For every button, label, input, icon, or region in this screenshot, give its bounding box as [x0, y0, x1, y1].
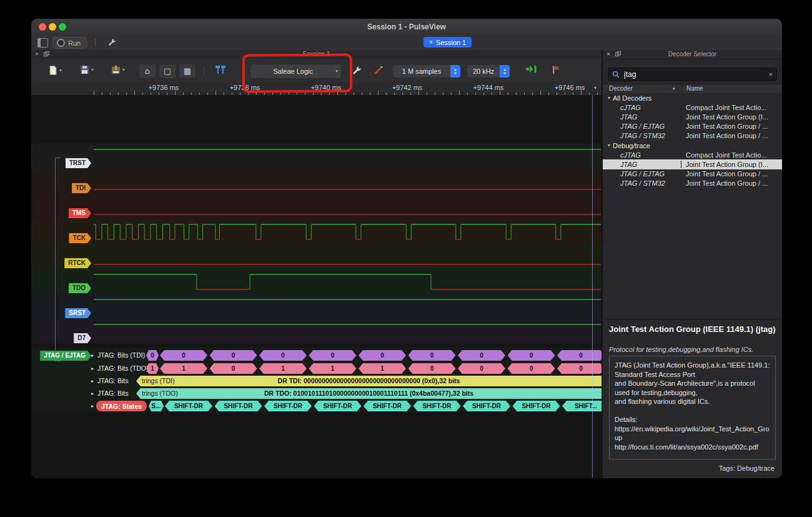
tree-caret-icon[interactable]: ▾: [605, 143, 613, 148]
decoder-row-label-states[interactable]: JTAG: States: [96, 401, 147, 411]
pane-detach-icon[interactable]: [44, 51, 49, 58]
channel-label-tdi[interactable]: TDI: [72, 183, 91, 193]
decoder-list-item[interactable]: JTAG / EJTAGJoint Test Action Group / ..…: [603, 169, 782, 179]
new-session-caret-icon[interactable]: ▾: [59, 68, 62, 73]
save-button[interactable]: ▾: [111, 65, 125, 74]
screenshot-stage: Session 1 - PulseView Run × Session 1 ×: [0, 0, 812, 517]
decoder-list-item[interactable]: JTAGJoint Test Action Group (I...: [603, 112, 782, 121]
tree-caret-icon[interactable]: ▾: [605, 95, 613, 101]
open-caret-icon[interactable]: ▾: [91, 67, 94, 73]
decoder-row-arrow-icon[interactable]: ▸: [91, 350, 94, 361]
decoder-annotation-bubble: 0: [309, 350, 357, 361]
decoder-description: Joint Test Action Group (IEEE 1149.1) (j…: [603, 319, 782, 478]
decoder-annotation-bubble: 1: [146, 363, 159, 374]
channel-label-srst[interactable]: SRST: [65, 308, 91, 318]
save-caret-icon[interactable]: ▾: [122, 67, 125, 73]
channel-label-trst[interactable]: TRST: [66, 158, 91, 168]
minimize-window-button[interactable]: [49, 23, 56, 31]
decoder-group-label[interactable]: JTAG / EJTAG: [40, 351, 91, 361]
decoder-row-label[interactable]: JTAG: Bits: [97, 388, 128, 399]
decoder-annotation-bubble: 0: [508, 363, 555, 374]
sample-rate-select[interactable]: 20 kHz ▴ ▾: [467, 64, 510, 78]
sidebar-toggle-icon[interactable]: [37, 38, 48, 48]
decoder-name: Joint Test Action Group / ...: [681, 123, 782, 130]
decoder-row-label[interactable]: JTAG: Bits (TDO): [97, 363, 148, 374]
decoder-annotation-bubble: 0: [557, 363, 602, 374]
stepper-down-icon[interactable]: ▾: [454, 71, 456, 75]
decoder-id: cJTAG: [603, 104, 681, 111]
decoder-list-item[interactable]: cJTAGCompact Joint Test Actio...: [603, 103, 782, 112]
trace-group-bracket: [55, 158, 56, 361]
zoom-100-button[interactable]: ▦: [179, 64, 196, 79]
decoder-annotation-bubble: S...: [149, 401, 164, 411]
pane-close-icon[interactable]: ×: [35, 51, 39, 58]
stepper-down-icon[interactable]: ▾: [503, 71, 505, 75]
decoder-id: JTAG / STM32: [603, 179, 681, 187]
configure-device-button[interactable]: [352, 65, 362, 76]
decoder-row-arrow-icon[interactable]: ▸: [91, 388, 94, 399]
ruler-tick: [215, 91, 216, 95]
sample-count-stepper[interactable]: ▴ ▾: [450, 65, 460, 78]
pane-detach-icon[interactable]: [615, 51, 621, 58]
ruler-menu-caret-icon[interactable]: ▾: [594, 85, 597, 91]
decoder-list-item[interactable]: JTAG / EJTAGJoint Test Action Group / ..…: [603, 122, 782, 131]
tab-close-icon[interactable]: ×: [429, 39, 433, 46]
decoder-annotation-bubble: 0: [210, 363, 257, 374]
ruler-tick: [134, 91, 135, 95]
new-session-button[interactable]: ▾: [49, 65, 62, 76]
decoder-row-arrow-icon[interactable]: ▸: [91, 363, 94, 374]
channel-label-tck[interactable]: TCK: [69, 233, 91, 243]
decoder-description-title: Joint Test Action Group (IEEE 1149.1) (j…: [609, 324, 776, 334]
app-toolbar: Run × Session 1: [31, 35, 782, 51]
session-pane: × Session 1 ▾ ▾ ▾: [31, 50, 602, 478]
decoder-row-label[interactable]: JTAG: Bits (TDI): [97, 350, 145, 361]
open-button[interactable]: ▾: [80, 65, 94, 74]
channel-label-rtck[interactable]: RTCK: [64, 258, 91, 268]
close-window-button[interactable]: [39, 23, 46, 31]
decoder-annotation-bubble: SHIFT-DR: [215, 401, 262, 411]
search-clear-icon[interactable]: ×: [769, 71, 773, 78]
decoder-list-item-selected[interactable]: JTAGJoint Test Action Group (I...: [603, 159, 782, 169]
decoder-name: Joint Test Action Group (I...: [681, 161, 782, 168]
channels-probe-button[interactable]: [373, 65, 384, 76]
column-divider[interactable]: [682, 84, 683, 94]
channel-label-tms[interactable]: TMS: [69, 208, 91, 218]
sample-rate-stepper[interactable]: ▴ ▾: [500, 65, 510, 78]
column-decoder[interactable]: Decoder: [609, 85, 633, 92]
run-button[interactable]: Run: [52, 37, 87, 49]
window-title: Session 1 - PulseView: [31, 19, 782, 35]
decoder-group-row[interactable]: ▾Debug/trace: [603, 141, 782, 150]
decoder-list-item[interactable]: cJTAGCompact Joint Test Actio...: [603, 150, 782, 159]
zoom-window-button[interactable]: [59, 23, 66, 31]
search-icon: [612, 71, 620, 78]
zoom-best-button[interactable]: ▢: [159, 64, 176, 79]
column-name[interactable]: Name: [686, 85, 703, 92]
titlebar: Session 1 - PulseView: [31, 19, 782, 36]
decoder-row-arrow-icon[interactable]: ▸: [91, 401, 94, 411]
ruler-tick: [175, 91, 176, 95]
ruler-tick: [418, 91, 419, 95]
channel-label-tdo[interactable]: TDO: [69, 283, 91, 293]
pane-close-icon[interactable]: ×: [607, 51, 610, 58]
settings-wrench-icon[interactable]: [107, 38, 117, 49]
decoder-bitstring-bar: trings (TDI)DR TDI: 00000000000000000000…: [136, 376, 602, 386]
decoder-group-label: Debug/trace: [613, 142, 650, 149]
sample-count-select[interactable]: 1 M samples ▴ ▾: [392, 64, 461, 78]
acquisition-cursor-line[interactable]: [592, 95, 593, 478]
decoder-search-input[interactable]: [623, 69, 766, 79]
trigger-flag-icon[interactable]: [552, 65, 561, 74]
decoder-list-item[interactable]: JTAG / STM32Joint Test Action Group / ..…: [603, 131, 782, 141]
decoder-annotation-bubble: 0: [557, 350, 602, 361]
run-button-label: Run: [68, 39, 81, 47]
sort-ascending-icon: ▴: [673, 86, 675, 91]
cursors-button[interactable]: [214, 65, 227, 74]
ruler-tick: [459, 91, 460, 95]
decoder-group-row[interactable]: ▾All Decoders: [603, 93, 782, 103]
zoom-fit-button[interactable]: ⌂: [139, 64, 156, 79]
decoder-list-item[interactable]: JTAG / STM32Joint Test Action Group / ..…: [603, 179, 782, 188]
decoder-annotation-bubble: 0: [210, 350, 257, 361]
tab-session-1[interactable]: × Session 1: [423, 37, 472, 48]
decoder-row-label[interactable]: JTAG: Bits: [97, 376, 128, 386]
decoder-row-arrow-icon[interactable]: ▸: [91, 376, 94, 386]
trigger-in-icon[interactable]: [526, 65, 538, 73]
